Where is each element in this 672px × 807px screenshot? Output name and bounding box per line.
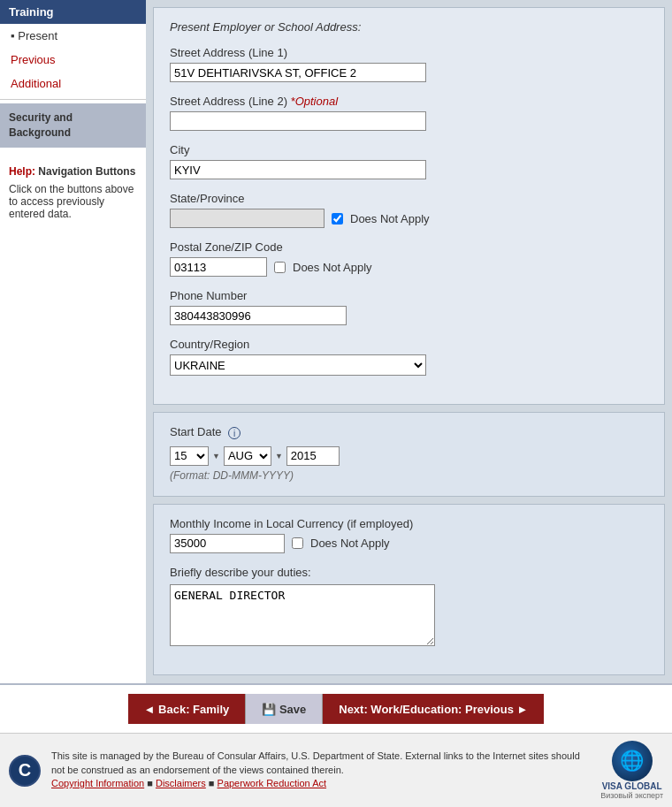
phone-label: Phone Number xyxy=(170,289,648,302)
sidebar-item-previous[interactable]: Previous xyxy=(0,48,146,72)
postal-row: Does Not Apply xyxy=(170,257,648,277)
postal-dna-label: Does Not Apply xyxy=(293,261,372,274)
help-body: Click on the buttons above to access pre… xyxy=(9,183,137,220)
next-button[interactable]: Next: Work/Education: Previous ► xyxy=(323,694,544,724)
save-button[interactable]: 💾 Save xyxy=(245,694,323,724)
day-select[interactable]: 15 12345 678910 11121314 1617181920 2122… xyxy=(170,446,209,466)
footer-brand: 🌐 VISA GLOBAL Визовый эксперт xyxy=(600,741,663,800)
postal-dna-checkbox[interactable] xyxy=(274,262,286,273)
state-dna-label: Does Not Apply xyxy=(350,212,430,225)
help-subject: Navigation Buttons xyxy=(38,165,135,178)
street2-label: Street Address (Line 2) *Optional xyxy=(170,95,648,108)
section-title: Present Employer or School Address: xyxy=(170,20,648,34)
date-format-hint: (Format: DD-MMM-YYYY) xyxy=(170,469,648,482)
phone-input[interactable] xyxy=(170,306,347,325)
start-date-label: Start Date i xyxy=(170,425,648,439)
country-group: Country/Region UKRAINE UNITED STATES RUS… xyxy=(170,338,648,376)
bottom-nav: ◄ Back: Family 💾 Save Next: Work/Educati… xyxy=(0,683,672,733)
street1-label: Street Address (Line 1) xyxy=(170,46,648,59)
postal-label: Postal Zone/ZIP Code xyxy=(170,240,648,254)
duties-textarea[interactable]: GENERAL DIRECTOR xyxy=(170,584,435,646)
footer-logo-c: C xyxy=(9,755,41,787)
city-input[interactable] xyxy=(170,160,426,179)
street2-group: Street Address (Line 2) *Optional xyxy=(170,95,648,131)
sidebar-item-additional-label: Additional xyxy=(11,77,61,90)
street1-group: Street Address (Line 1) xyxy=(170,46,648,82)
income-input[interactable] xyxy=(170,534,285,553)
sidebar: Training Present Previous Additional Sec… xyxy=(0,0,146,683)
city-label: City xyxy=(170,143,648,156)
help-title: Help: Navigation Buttons xyxy=(9,165,137,178)
country-label: Country/Region xyxy=(170,338,648,351)
help-label: Help: xyxy=(9,165,35,178)
income-dna-label: Does Not Apply xyxy=(310,537,390,550)
footer-text: This site is managed by the Bureau of Co… xyxy=(51,750,590,790)
state-input[interactable] xyxy=(170,209,325,228)
sidebar-item-present[interactable]: Present xyxy=(0,24,146,48)
year-input[interactable] xyxy=(286,446,340,466)
footer-paperwork-link[interactable]: Paperwork Reduction Act xyxy=(218,778,327,788)
state-dna-checkbox[interactable] xyxy=(332,213,343,225)
sidebar-help: Help: Navigation Buttons Click on the bu… xyxy=(0,156,146,229)
income-row: Does Not Apply xyxy=(170,534,648,553)
day-arrow: ▼ xyxy=(212,452,220,461)
month-arrow: ▼ xyxy=(275,452,283,461)
globe-icon: 🌐 xyxy=(612,741,653,781)
state-label: State/Province xyxy=(170,192,648,205)
sidebar-item-previous-label: Previous xyxy=(11,53,56,66)
country-select[interactable]: UKRAINE UNITED STATES RUSSIA OTHER xyxy=(170,354,426,376)
income-label: Monthly Income in Local Currency (if emp… xyxy=(170,517,648,530)
state-group: State/Province Does Not Apply xyxy=(170,192,648,228)
income-dna-checkbox[interactable] xyxy=(292,537,303,549)
sidebar-item-present-label: Present xyxy=(18,29,57,42)
sidebar-security[interactable]: Security and Background xyxy=(0,103,146,148)
postal-group: Postal Zone/ZIP Code Does Not Apply xyxy=(170,240,648,277)
city-group: City xyxy=(170,143,648,179)
app-wrapper: Training Present Previous Additional Sec… xyxy=(0,0,672,807)
brand-name: VISA GLOBAL xyxy=(602,781,662,791)
footer-disclaimers-link[interactable]: Disclaimers xyxy=(156,778,206,788)
phone-group: Phone Number xyxy=(170,289,648,325)
monthly-section: Monthly Income in Local Currency (if emp… xyxy=(153,504,665,675)
sidebar-divider xyxy=(0,99,146,100)
address-section-wrapper: Present Employer or School Address: Stre… xyxy=(153,7,665,405)
footer-copyright-link[interactable]: Copyright Information xyxy=(51,778,144,788)
main-content: Training Present Previous Additional Sec… xyxy=(0,0,672,683)
address-section-inner: Present Employer or School Address: Stre… xyxy=(154,8,664,404)
duties-label: Briefly describe your duties: xyxy=(170,566,648,579)
footer: C This site is managed by the Bureau of … xyxy=(0,733,672,807)
sidebar-training-label: Training xyxy=(0,0,146,24)
date-row: 15 12345 678910 11121314 1617181920 2122… xyxy=(170,446,648,466)
street2-input[interactable] xyxy=(170,111,426,131)
income-group: Monthly Income in Local Currency (if emp… xyxy=(170,517,648,553)
state-row: Does Not Apply xyxy=(170,209,648,228)
month-select[interactable]: AUG JANFEBMARAPR MAYJUNJUL SEPOCTNOVDEC xyxy=(224,446,271,466)
start-date-section: Start Date i 15 12345 678910 11121314 16… xyxy=(153,412,665,497)
duties-group: Briefly describe your duties: GENERAL DI… xyxy=(170,566,648,646)
back-button[interactable]: ◄ Back: Family xyxy=(128,694,246,724)
postal-input[interactable] xyxy=(170,257,267,277)
info-icon[interactable]: i xyxy=(228,427,241,439)
brand-sub: Визовый эксперт xyxy=(600,791,663,800)
sidebar-item-additional[interactable]: Additional xyxy=(0,72,146,95)
street1-input[interactable] xyxy=(170,63,426,82)
form-area: Present Employer or School Address: Stre… xyxy=(146,0,672,683)
